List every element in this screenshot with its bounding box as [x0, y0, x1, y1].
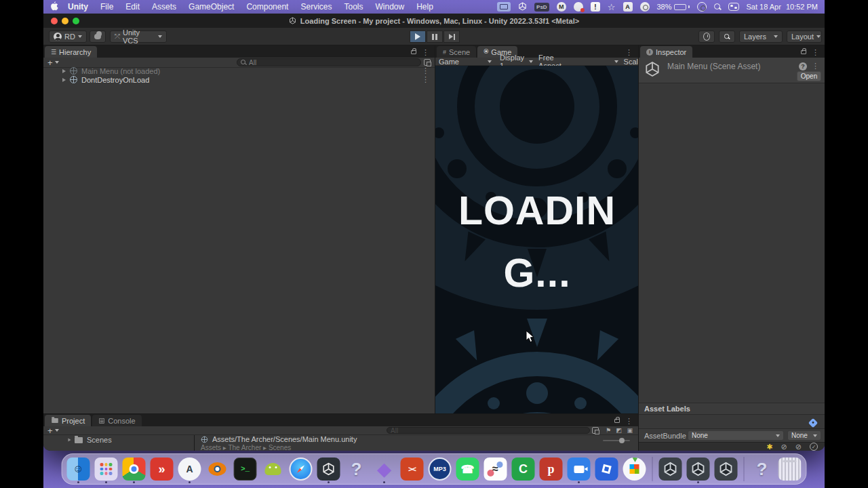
dock-item-ms365[interactable] [623, 455, 647, 483]
menu-edit[interactable]: Edit [125, 2, 140, 12]
dock-item-unity-hub[interactable] [317, 455, 341, 483]
tab-console[interactable]: Console [92, 415, 141, 426]
dock-item-android-tool[interactable] [261, 455, 285, 483]
tab-inspector[interactable]: i Inspector [640, 46, 692, 58]
help-icon[interactable]: ? [799, 62, 807, 70]
kebab-menu-icon[interactable]: ⋮ [422, 49, 429, 56]
hidden-count-icon[interactable]: ◩ [616, 427, 622, 434]
selected-asset-path[interactable]: Assets/The Archer/Scenes/Main Menu.unity [201, 435, 608, 443]
dock-item-remote-desktop[interactable]: >< [400, 455, 425, 483]
dock-item-draw-app[interactable]: ≈ [484, 455, 508, 483]
menu-tools[interactable]: Tools [344, 2, 363, 12]
create-add-button[interactable]: + [47, 426, 53, 436]
expand-arrow-icon[interactable] [62, 78, 66, 82]
kebab-menu-icon[interactable]: ⋮ [812, 49, 819, 56]
unity-status-icon[interactable] [518, 2, 527, 12]
battery-indicator[interactable]: 38% [657, 3, 690, 11]
exclamation-icon[interactable]: ! [591, 2, 600, 12]
cache-server-icon[interactable]: ⊘ [781, 443, 787, 451]
menu-help[interactable]: Help [416, 2, 433, 12]
dock-item-p-app[interactable]: p [539, 455, 564, 483]
thumbnail-zoom-slider[interactable] [603, 440, 630, 441]
search-button[interactable] [719, 30, 735, 43]
zoom-window-button[interactable] [73, 18, 79, 24]
kebab-menu-icon[interactable]: ⋮ [422, 76, 429, 83]
menu-assets[interactable]: Assets [152, 2, 176, 12]
menu-services[interactable]: Services [300, 2, 332, 12]
dock-item-chrome[interactable] [122, 455, 146, 483]
kebab-menu-icon[interactable]: ⋮ [812, 62, 819, 70]
step-button[interactable] [443, 30, 460, 43]
window-title-bar[interactable]: Loading Screen - My project - Windows, M… [43, 14, 825, 28]
kebab-menu-icon[interactable]: ⋮ [422, 67, 429, 75]
project-breadcrumb[interactable]: Assets ▸ The Archer ▸ Scenes [201, 444, 608, 451]
pause-button[interactable] [427, 30, 443, 43]
kebab-menu-icon[interactable]: ⋮ [625, 49, 633, 56]
assetbundle-variant-dropdown[interactable]: None [787, 430, 821, 441]
vpn-shield-icon[interactable] [574, 2, 583, 12]
lock-icon[interactable] [801, 50, 806, 54]
tab-project[interactable]: Project [45, 415, 91, 426]
layout-dropdown[interactable]: Layout [787, 30, 822, 43]
dock-item-roblox[interactable] [595, 455, 619, 483]
menu-unity[interactable]: Unity [68, 2, 88, 12]
dock-item-launchpad[interactable] [94, 455, 119, 483]
menu-file[interactable]: File [100, 2, 113, 12]
tab-scene[interactable]: # Scene [437, 46, 476, 58]
expand-arrow-icon[interactable] [62, 69, 66, 73]
menu-gameobject[interactable]: GameObject [189, 2, 234, 12]
undo-history-button[interactable] [698, 30, 715, 43]
menu-component[interactable]: Component [246, 2, 288, 12]
layers-dropdown[interactable]: Layers [739, 30, 783, 43]
dock-item-unity-editor-a[interactable] [658, 455, 683, 483]
dock-item-unknown-1[interactable]: ? [344, 455, 369, 483]
packages-filter-icon[interactable]: ▣ [627, 427, 633, 434]
apple-menu-icon[interactable] [50, 1, 58, 13]
lock-icon[interactable] [614, 419, 620, 423]
bookmark-icon[interactable]: ⚑ [606, 427, 611, 434]
chevron-down-icon[interactable] [55, 429, 59, 432]
menu-bar-date[interactable]: Sat 18 Apr [747, 3, 781, 11]
dock-item-unknown-2[interactable]: ? [750, 455, 774, 483]
dock-item-unity-editor-c[interactable] [714, 455, 738, 483]
hotspot-icon[interactable] [640, 2, 650, 12]
dock-item-screen-recorder[interactable] [567, 455, 591, 483]
dock-item-terminal[interactable]: >_ [233, 455, 258, 483]
dock-item-visual-studio[interactable]: ◆ [372, 455, 397, 483]
lock-icon[interactable] [411, 50, 416, 54]
minimize-window-button[interactable] [62, 18, 68, 24]
link-icon[interactable] [697, 2, 707, 12]
expand-arrow-icon[interactable] [68, 439, 71, 442]
a-key-icon[interactable]: A [623, 2, 633, 12]
dock-item-whatsapp[interactable]: ☎ [456, 455, 480, 483]
display-mode-dropdown[interactable]: Game [439, 58, 459, 66]
activity-check-icon[interactable]: ✓ [810, 443, 818, 451]
hierarchy-search-input[interactable] [249, 59, 417, 66]
hierarchy-row-main-menu[interactable]: Main Menu (not loaded) ⋮ [43, 66, 435, 75]
hierarchy-search[interactable] [237, 58, 421, 66]
debug-paw-icon[interactable]: ✱ [766, 443, 772, 451]
dock-item-safari[interactable] [289, 455, 313, 483]
spotlight-search-icon[interactable] [714, 3, 721, 10]
cloud-services-button[interactable] [90, 30, 106, 43]
star-icon[interactable]: ☆ [608, 2, 616, 12]
close-window-button[interactable] [51, 18, 58, 24]
project-search[interactable] [387, 427, 590, 434]
tab-hierarchy[interactable]: ☰ Hierarchy [45, 46, 97, 58]
m-app-icon[interactable]: M [557, 2, 566, 12]
scene-picker-icon[interactable] [424, 59, 431, 66]
dock-item-mp3[interactable]: MP3 [428, 455, 452, 483]
cache-server-disabled-icon[interactable]: ⊘ [795, 443, 802, 451]
psd-badge-icon[interactable]: PsD [534, 3, 549, 12]
hierarchy-row-dontdestroyonload[interactable]: DontDestroyOnLoad ⋮ [43, 75, 435, 84]
menu-window[interactable]: Window [375, 2, 404, 12]
assetbundle-dropdown[interactable]: None [688, 430, 784, 441]
control-center-icon[interactable] [728, 3, 739, 11]
menu-bar-time[interactable]: 10:52 PM [786, 3, 818, 11]
label-tag-icon[interactable] [808, 418, 818, 428]
project-search-input[interactable] [391, 427, 586, 434]
open-scene-button[interactable]: Open [797, 71, 821, 81]
screen-sharing-icon[interactable] [497, 2, 511, 12]
unity-vcs-dropdown[interactable]: ⤱ Unity VCS [110, 30, 167, 43]
kebab-menu-icon[interactable]: ⋮ [625, 418, 633, 425]
